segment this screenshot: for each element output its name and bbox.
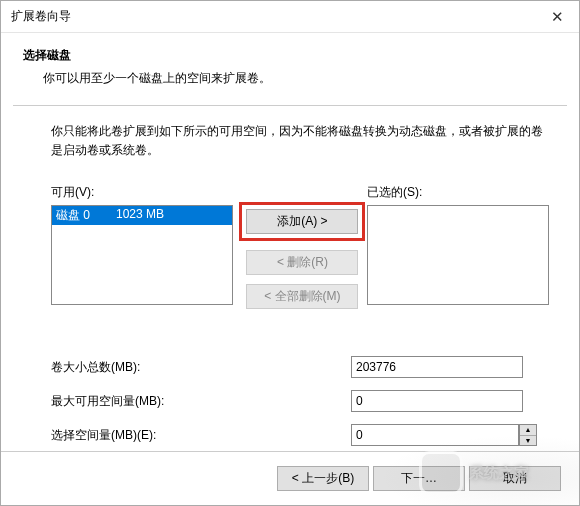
available-column: 可用(V): 磁盘 0 1023 MB (51, 184, 238, 305)
spin-down-icon[interactable]: ▼ (520, 436, 536, 446)
add-button[interactable]: 添加(A) > (246, 209, 358, 234)
middle-buttons: 添加(A) > < 删除(R) < 全部删除(M) (238, 184, 367, 318)
select-label: 选择空间量(MB)(E): (51, 427, 351, 444)
close-icon: ✕ (551, 8, 564, 26)
available-listbox[interactable]: 磁盘 0 1023 MB (51, 205, 233, 305)
cancel-button[interactable]: 取消 (469, 466, 561, 491)
row-select: 选择空间量(MB)(E): ▲ ▼ (51, 424, 549, 446)
selected-column: 已选的(S): (367, 184, 549, 305)
form-rows: 卷大小总数(MB): 最大可用空间量(MB): 选择空间量(MB)(E): ▲ … (51, 356, 549, 446)
header-subtitle: 你可以用至少一个磁盘上的空间来扩展卷。 (43, 70, 557, 87)
wizard-window: 扩展卷向导 ✕ 选择磁盘 你可以用至少一个磁盘上的空间来扩展卷。 你只能将此卷扩… (0, 0, 580, 506)
footer: < 上一步(B) 下一… 取消 (1, 451, 579, 505)
next-button[interactable]: 下一… (373, 466, 465, 491)
remove-button[interactable]: < 删除(R) (246, 250, 358, 275)
total-label: 卷大小总数(MB): (51, 359, 351, 376)
titlebar: 扩展卷向导 ✕ (1, 1, 579, 33)
intro-text: 你只能将此卷扩展到如下所示的可用空间，因为不能将磁盘转换为动态磁盘，或者被扩展的… (51, 122, 549, 160)
row-total: 卷大小总数(MB): (51, 356, 549, 378)
max-label: 最大可用空间量(MB): (51, 393, 351, 410)
body-area: 你只能将此卷扩展到如下所示的可用空间，因为不能将磁盘转换为动态磁盘，或者被扩展的… (1, 106, 579, 468)
remove-all-button[interactable]: < 全部删除(M) (246, 284, 358, 309)
back-button[interactable]: < 上一步(B) (277, 466, 369, 491)
select-spinner: ▲ ▼ (351, 424, 537, 446)
window-title: 扩展卷向导 (11, 8, 71, 25)
close-button[interactable]: ✕ (535, 2, 579, 32)
columns: 可用(V): 磁盘 0 1023 MB 添加(A) > < 删除(R) < 全部… (51, 184, 549, 318)
selected-label: 已选的(S): (367, 184, 549, 201)
available-label: 可用(V): (51, 184, 238, 201)
list-item-size: 1023 MB (116, 207, 164, 224)
list-item-disk: 磁盘 0 (56, 207, 116, 224)
add-button-highlight: 添加(A) > (239, 202, 365, 241)
header-title: 选择磁盘 (23, 47, 557, 64)
list-item[interactable]: 磁盘 0 1023 MB (52, 206, 232, 225)
spin-buttons: ▲ ▼ (519, 424, 537, 446)
spin-up-icon[interactable]: ▲ (520, 425, 536, 436)
max-value (351, 390, 523, 412)
select-value-input[interactable] (351, 424, 519, 446)
selected-listbox[interactable] (367, 205, 549, 305)
header-area: 选择磁盘 你可以用至少一个磁盘上的空间来扩展卷。 (1, 33, 579, 105)
total-value (351, 356, 523, 378)
row-max: 最大可用空间量(MB): (51, 390, 549, 412)
